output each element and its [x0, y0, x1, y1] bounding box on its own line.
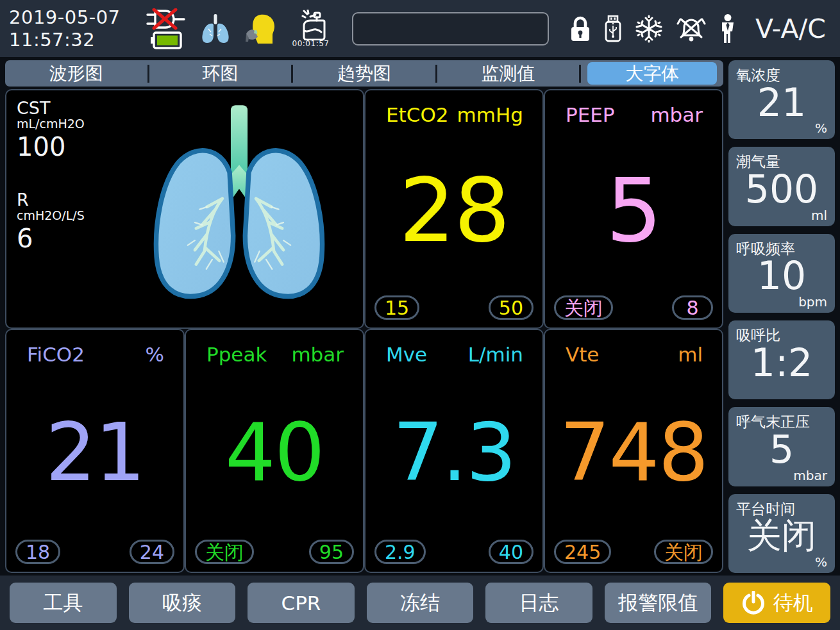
param-value: 5	[545, 126, 722, 295]
tab-loops[interactable]: 环图	[156, 62, 285, 85]
tile-fico2[interactable]: FiCO2 % 21 18 24	[5, 329, 185, 573]
tab-monitored-values[interactable]: 监测值	[444, 62, 573, 85]
low-limit-badge[interactable]: 18	[15, 540, 60, 564]
setting-tidal-volume[interactable]: 潮气量 500 ml	[728, 147, 835, 226]
tile-mve[interactable]: Mve L/min 7.3 2.9 40	[364, 329, 544, 573]
param-unit: ml	[678, 343, 703, 366]
view-tabs: 波形图 环图 趋势图 监测值 大字体	[5, 60, 723, 87]
param-value: 21	[6, 366, 183, 540]
ac-power-disconnected-icon	[146, 8, 186, 30]
tab-large-font[interactable]: 大字体	[587, 62, 717, 85]
top-status-bar: 2019-05-07 11:57:32	[0, 0, 840, 57]
param-value: 748	[545, 366, 722, 540]
datetime: 2019-05-07 11:57:32	[9, 6, 121, 50]
param-unit: L/min	[468, 343, 523, 366]
alarm-message-box[interactable]	[352, 12, 549, 46]
tab-waveforms[interactable]: 波形图	[12, 62, 141, 85]
low-limit-badge[interactable]: 245	[554, 540, 611, 564]
setting-value: 1:2	[728, 340, 835, 385]
low-limit-badge[interactable]: 2.9	[374, 540, 426, 564]
param-label: Vte	[566, 343, 599, 366]
tab-separator	[579, 65, 581, 83]
high-limit-badge[interactable]: 95	[309, 540, 354, 564]
cst-label: CST	[17, 98, 115, 118]
param-label: PEEP	[566, 103, 615, 126]
param-value: 28	[365, 126, 542, 295]
setting-value: 关闭	[728, 513, 835, 560]
patient-mask-icon	[245, 13, 278, 44]
tab-separator	[291, 65, 293, 83]
r-label: R	[17, 190, 115, 210]
alarm-limits-button[interactable]: 报警限值	[605, 583, 712, 623]
setting-ie-ratio[interactable]: 吸呼比 1:2	[728, 320, 835, 399]
high-limit-badge[interactable]: 24	[130, 540, 174, 564]
setting-value: 10	[728, 254, 835, 299]
high-limit-badge[interactable]: 40	[489, 540, 533, 564]
setting-plateau-time[interactable]: 平台时间 关闭 %	[728, 494, 835, 573]
tile-header: PEEP mbar	[545, 90, 722, 126]
alarm-limits: 关闭 8	[545, 295, 722, 327]
low-limit-badge[interactable]: 关闭	[554, 295, 613, 320]
setting-unit: ml	[811, 208, 827, 223]
power-icon	[741, 591, 766, 615]
status-icons-left: 00:01:57	[146, 8, 330, 49]
alarm-limits: 18 24	[6, 540, 183, 572]
setting-value: 5	[728, 427, 835, 472]
log-button[interactable]: 日志	[485, 583, 592, 623]
setting-oxygen-concentration[interactable]: 氧浓度 21 %	[728, 60, 835, 139]
ventilation-mode[interactable]: V-A/C	[755, 13, 826, 44]
high-limit-badge[interactable]: 关闭	[654, 540, 713, 564]
alarm-limits: 245 关闭	[545, 540, 722, 572]
high-limit-badge[interactable]: 50	[489, 295, 533, 320]
setting-unit: %	[815, 120, 827, 136]
tab-trends[interactable]: 趋势图	[299, 62, 429, 85]
param-label: EtCO2	[386, 103, 449, 126]
param-label: Ppeak	[206, 343, 267, 366]
value-grid: CST mL/cmH2O 100 R cmH2O/L/S 6	[5, 89, 723, 573]
tile-peep[interactable]: PEEP mbar 5 关闭 8	[544, 89, 723, 329]
nebulizer-timer: 00:01:57	[292, 39, 330, 48]
tools-button[interactable]: 工具	[10, 583, 117, 623]
power-status	[146, 8, 186, 49]
lung-mechanics-values: CST mL/cmH2O 100 R cmH2O/L/S 6	[6, 90, 115, 327]
setting-value: 500	[728, 167, 835, 211]
setting-value: 21	[728, 80, 835, 125]
tile-etco2[interactable]: EtCO2 mmHg 28 15 50	[364, 89, 544, 329]
content-area: 波形图 环图 趋势图 监测值 大字体 CST mL/cmH2O 100	[0, 57, 840, 576]
param-unit: mmHg	[457, 103, 523, 126]
setting-unit: %	[815, 554, 827, 570]
freeze-button[interactable]: 冻结	[367, 583, 474, 623]
status-icons-right	[569, 14, 736, 44]
lock-icon	[569, 15, 591, 42]
high-limit-badge[interactable]: 8	[672, 295, 713, 320]
tab-separator	[147, 65, 149, 83]
param-unit: mbar	[650, 103, 703, 126]
low-limit-badge[interactable]: 关闭	[195, 540, 254, 564]
ventilator-screen: 2019-05-07 11:57:32	[0, 0, 840, 630]
tile-vte[interactable]: Vte ml 748 245 关闭	[544, 329, 723, 573]
suction-button[interactable]: 吸痰	[129, 583, 236, 623]
param-value: 40	[186, 366, 363, 540]
tab-separator	[435, 65, 437, 83]
setting-peep[interactable]: 呼气末正压 5 mbar	[728, 407, 835, 486]
lung-mechanics-panel: CST mL/cmH2O 100 R cmH2O/L/S 6	[5, 89, 364, 329]
param-unit: %	[146, 343, 164, 366]
main-panel: 波形图 环图 趋势图 监测值 大字体 CST mL/cmH2O 100	[5, 60, 723, 573]
tile-header: Ppeak mbar	[186, 330, 363, 366]
standby-button[interactable]: 待机	[723, 583, 830, 623]
cpr-button[interactable]: CPR	[248, 583, 355, 623]
tile-header: FiCO2 %	[6, 330, 183, 366]
cst-value: 100	[17, 132, 115, 162]
bottom-toolbar: 工具 吸痰 CPR 冻结 日志 报警限值 待机	[0, 576, 840, 630]
param-value: 7.3	[365, 366, 542, 540]
tile-ppeak[interactable]: Ppeak mbar 40 关闭 95	[185, 329, 364, 573]
setting-respiratory-rate[interactable]: 呼吸频率 10 bpm	[728, 234, 835, 313]
lungs-status-icon	[200, 13, 231, 44]
standby-label: 待机	[773, 590, 813, 617]
battery-icon	[150, 31, 182, 49]
time-text: 11:57:32	[9, 29, 121, 51]
low-limit-badge[interactable]: 15	[374, 295, 419, 320]
settings-sidebar: 氧浓度 21 % 潮气量 500 ml 呼吸频率 10 bpm 吸呼比 1:2 …	[728, 60, 835, 573]
lung-graphic-wrap	[115, 90, 363, 327]
param-label: Mve	[386, 343, 427, 366]
